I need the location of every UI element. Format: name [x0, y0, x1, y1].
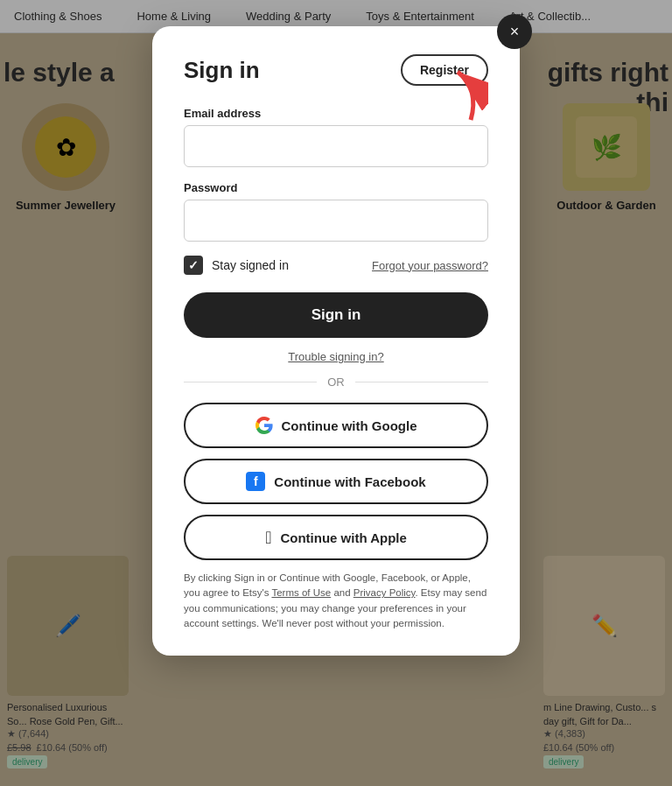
apple-icon:  — [265, 528, 271, 548]
divider-right — [355, 382, 488, 382]
google-icon — [256, 417, 273, 434]
google-button-label: Continue with Google — [282, 418, 417, 433]
legal-and: and — [331, 587, 354, 598]
stay-signed-in-label: Stay signed in — [212, 258, 289, 272]
password-input[interactable] — [184, 200, 488, 242]
close-button[interactable]: × — [497, 14, 532, 49]
modal-wrapper: × Sign in Register Email address — [152, 26, 520, 656]
forgot-password-link[interactable]: Forgot your password? — [372, 259, 488, 272]
divider-left — [184, 382, 317, 382]
email-label: Email address — [184, 107, 488, 120]
password-group: Password — [184, 181, 488, 242]
apple-button-label: Continue with Apple — [280, 530, 406, 545]
facebook-button[interactable]: f Continue with Facebook — [184, 459, 488, 504]
or-divider: OR — [184, 375, 488, 389]
trouble-signing-in-link[interactable]: Trouble signing in? — [184, 350, 488, 363]
terms-of-use-link[interactable]: Terms of Use — [271, 587, 331, 598]
sign-in-modal: Sign in Register Email address Password — [152, 26, 520, 656]
facebook-button-label: Continue with Facebook — [274, 474, 425, 489]
or-text: OR — [327, 375, 345, 389]
google-button[interactable]: Continue with Google — [184, 403, 488, 448]
modal-title: Sign in — [184, 57, 260, 84]
stay-signed-in-checkbox[interactable]: ✓ — [184, 256, 203, 275]
checkmark-icon: ✓ — [188, 258, 199, 272]
checkbox-row: ✓ Stay signed in Forgot your password? — [184, 256, 488, 275]
email-group: Email address — [184, 107, 488, 167]
register-button[interactable]: Register — [401, 54, 488, 86]
password-label: Password — [184, 181, 488, 194]
legal-text: By clicking Sign in or Continue with Goo… — [184, 571, 488, 631]
stay-signed-in-group: ✓ Stay signed in — [184, 256, 289, 275]
facebook-icon: f — [246, 472, 265, 491]
modal-header: Sign in Register — [184, 54, 488, 86]
apple-button[interactable]:  Continue with Apple — [184, 515, 488, 560]
privacy-policy-link[interactable]: Privacy Policy — [354, 587, 416, 598]
email-input[interactable] — [184, 125, 488, 167]
signin-button[interactable]: Sign in — [184, 292, 488, 338]
